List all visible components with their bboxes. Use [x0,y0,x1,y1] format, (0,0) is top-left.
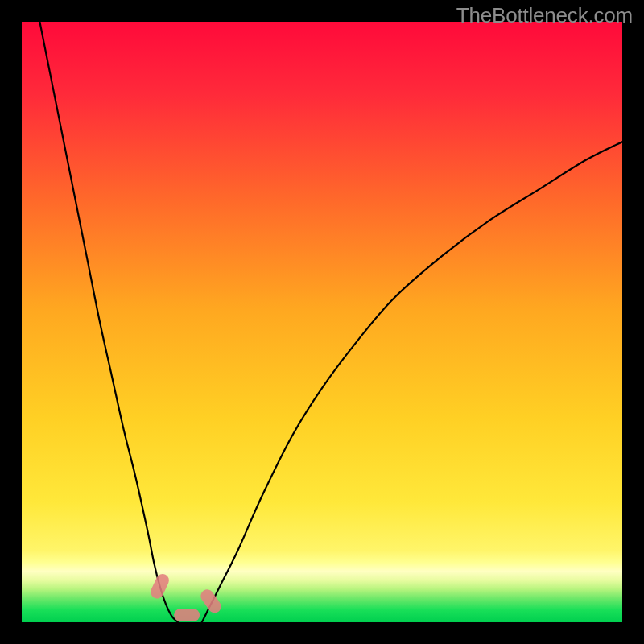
watermark-label: TheBottleneck.com [456,3,633,28]
mid-marker [174,609,200,621]
chart-background [22,22,622,622]
svg-rect-1 [174,609,200,621]
chart-frame: TheBottleneck.com [0,0,644,644]
bottleneck-chart [22,22,622,622]
